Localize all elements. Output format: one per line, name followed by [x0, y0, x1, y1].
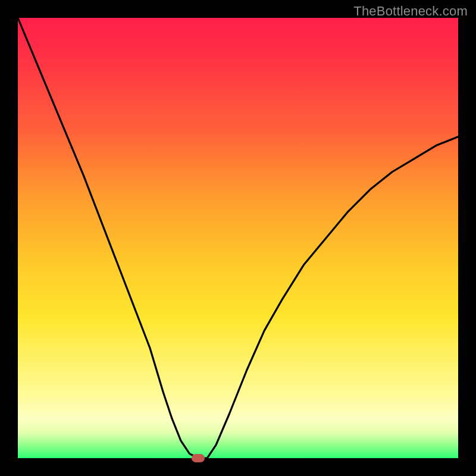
- minimum-marker: [192, 454, 205, 462]
- bottleneck-curve: [18, 18, 458, 458]
- plot-area: [18, 18, 458, 458]
- curve-path: [18, 18, 458, 458]
- chart-frame: TheBottleneck.com: [0, 0, 476, 476]
- watermark-text: TheBottleneck.com: [353, 4, 468, 19]
